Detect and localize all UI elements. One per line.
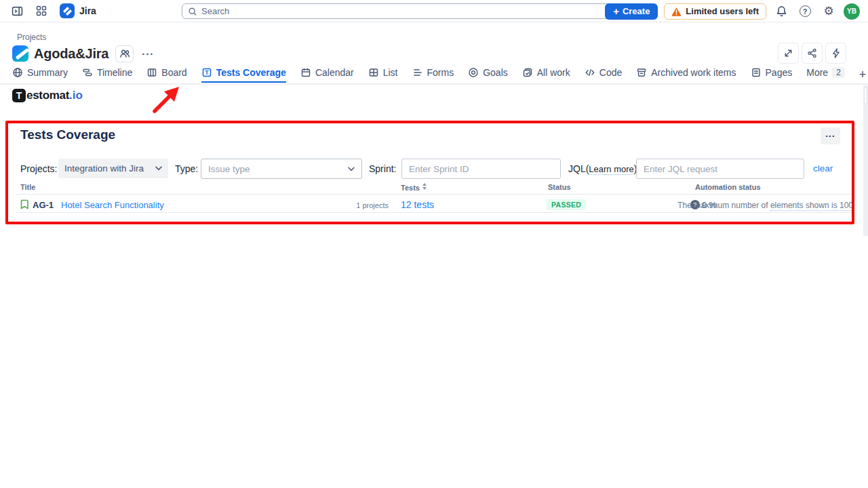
bookmark-icon xyxy=(20,199,29,209)
topbar-left: Jira xyxy=(0,2,96,20)
expand-icon[interactable] xyxy=(778,43,799,64)
topbar-right: + Create Limited users left xyxy=(605,0,860,22)
list-icon xyxy=(368,67,379,78)
issue-type-select[interactable]: Issue type xyxy=(201,159,362,179)
project-title: Agoda&Jira xyxy=(34,46,108,62)
create-button[interactable]: + Create xyxy=(605,3,658,20)
breadcrumb[interactable]: Projects xyxy=(17,33,46,42)
tab-calendar[interactable]: Calendar xyxy=(300,67,354,83)
tab-summary[interactable]: Summary xyxy=(12,67,68,83)
tests-count-link[interactable]: 12 tests xyxy=(401,199,434,210)
search-bar[interactable] xyxy=(182,3,617,19)
calendar-icon xyxy=(300,67,311,78)
tab-all-work[interactable]: All work xyxy=(522,67,570,83)
globe-icon xyxy=(12,67,23,78)
forms-icon xyxy=(412,67,423,78)
column-header-status: Status xyxy=(548,183,571,191)
all-work-icon xyxy=(522,67,533,78)
timeline-icon xyxy=(82,67,93,78)
tab-forms[interactable]: Forms xyxy=(412,67,454,83)
column-header-title: Title xyxy=(20,183,35,191)
panel-menu-icon[interactable]: ··· xyxy=(821,127,840,144)
tests-coverage-icon: T xyxy=(201,67,212,78)
tab-code[interactable]: Code xyxy=(585,67,622,83)
clear-filters-link[interactable]: clear xyxy=(813,163,833,174)
project-more-icon[interactable]: ··· xyxy=(139,48,157,60)
issue-key[interactable]: AG-1 xyxy=(33,200,54,210)
limited-users-label: Limited users left xyxy=(686,6,759,16)
max-elements-note: The maximum number of elements shown is … xyxy=(677,201,853,210)
tabs-divider xyxy=(0,83,868,85)
scrollbar-thumb[interactable] xyxy=(864,87,867,104)
automation-lightning-icon[interactable] xyxy=(825,43,846,64)
svg-text:T: T xyxy=(205,69,209,76)
settings-gear-icon[interactable]: ⚙ xyxy=(820,3,837,20)
projects-filter-label: Projects: xyxy=(20,163,57,174)
table-row-divider xyxy=(16,212,853,213)
plus-icon: + xyxy=(613,6,619,16)
issue-title-link[interactable]: Hotel Search Functionality xyxy=(61,200,164,210)
projects-count: 1 projects xyxy=(339,201,389,209)
project-members-icon[interactable] xyxy=(115,45,134,62)
status-badge: PASSED xyxy=(547,199,586,210)
project-header-actions xyxy=(778,43,846,64)
annotation-red-arrow xyxy=(148,83,187,117)
tab-board[interactable]: Board xyxy=(146,67,186,83)
app-switcher-icon[interactable] xyxy=(33,2,50,20)
more-count-badge: 2 xyxy=(832,67,845,78)
tab-goals[interactable]: Goals xyxy=(468,67,508,83)
sidebar-toggle-icon[interactable] xyxy=(8,2,26,20)
testomat-logo[interactable]: Testomat.io xyxy=(12,89,83,102)
code-icon xyxy=(585,67,595,78)
sort-icon xyxy=(422,183,427,190)
projects-filter-dropdown[interactable]: Integration with Jira xyxy=(58,159,168,178)
chevron-down-icon xyxy=(155,166,162,171)
limited-users-button[interactable]: Limited users left xyxy=(664,3,766,20)
search-input[interactable] xyxy=(201,6,611,16)
testomat-logo-icon: T xyxy=(12,89,26,102)
notifications-bell-icon[interactable] xyxy=(772,3,790,20)
chevron-down-icon xyxy=(348,167,355,171)
tab-archived-work-items[interactable]: Archived work items xyxy=(636,67,736,83)
archive-icon xyxy=(636,67,647,78)
column-header-tests[interactable]: Tests xyxy=(401,183,427,192)
pages-icon xyxy=(751,67,762,78)
project-title-row: Agoda&Jira ··· xyxy=(12,44,157,63)
tab-pages[interactable]: Pages xyxy=(751,67,793,83)
project-avatar xyxy=(12,45,28,62)
warning-icon xyxy=(671,7,682,16)
scrollbar-track[interactable] xyxy=(863,85,868,236)
table-header-divider xyxy=(16,194,853,195)
tab-list[interactable]: List xyxy=(368,67,398,83)
jira-logo-icon xyxy=(60,3,75,18)
type-filter-label: Type: xyxy=(175,163,198,174)
search-icon xyxy=(188,7,197,16)
goals-icon xyxy=(468,67,479,78)
app-name: Jira xyxy=(79,5,96,16)
tab-more[interactable]: More 2 xyxy=(806,67,845,83)
user-avatar[interactable]: YB xyxy=(844,3,860,20)
panel-title: Tests Coverage xyxy=(20,127,115,142)
screen: Jira + Create xyxy=(0,0,868,488)
board-icon xyxy=(146,67,157,78)
column-header-automation-status: Automation status xyxy=(695,183,761,191)
sprint-filter-label: Sprint: xyxy=(369,163,396,174)
share-icon[interactable] xyxy=(802,43,823,64)
jql-filter-label: JQL(Learn more): xyxy=(568,163,639,174)
tab-timeline[interactable]: Timeline xyxy=(82,67,132,83)
help-icon[interactable]: ? xyxy=(796,3,814,20)
create-label: Create xyxy=(623,6,650,16)
jql-request-input[interactable] xyxy=(636,159,804,179)
jql-learn-more-link[interactable]: Learn more xyxy=(589,164,633,175)
tab-tests-coverage[interactable]: T Tests Coverage xyxy=(201,67,286,83)
sprint-id-input[interactable] xyxy=(401,159,561,179)
jira-home-link[interactable]: Jira xyxy=(60,3,96,18)
topbar: Jira + Create xyxy=(0,0,868,22)
